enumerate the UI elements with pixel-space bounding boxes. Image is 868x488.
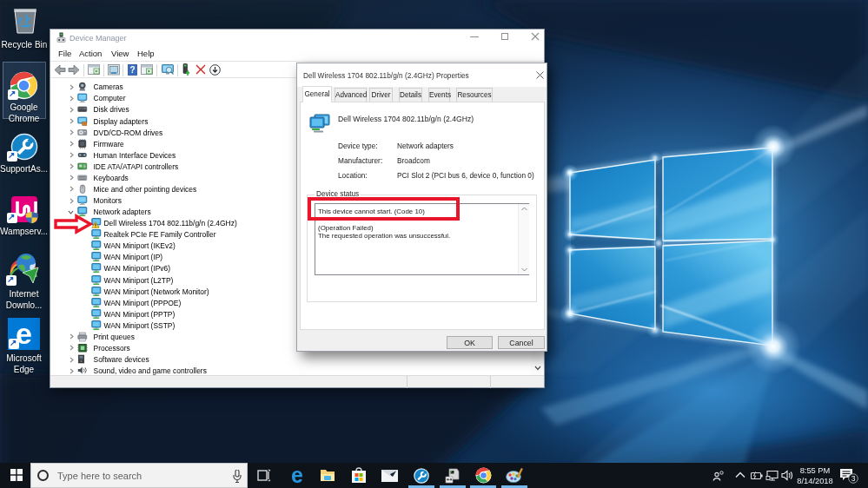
svg-text:3: 3 [851, 474, 856, 483]
svg-text:Type here to search: Type here to search [57, 471, 142, 481]
svg-text:8/14/2018: 8/14/2018 [797, 477, 832, 485]
svg-text:8:55 PM: 8:55 PM [800, 466, 831, 475]
